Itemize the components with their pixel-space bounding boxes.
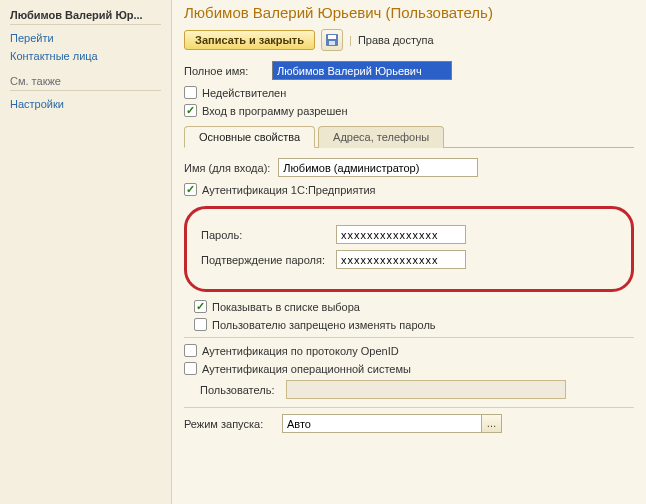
- os-user-input: [286, 380, 566, 399]
- show-in-list-label: Показывать в списке выбора: [212, 301, 360, 313]
- sidebar-link-settings[interactable]: Настройки: [10, 95, 161, 113]
- sidebar-link-contacts[interactable]: Контактные лица: [10, 47, 161, 65]
- confirm-password-label: Подтверждение пароля:: [201, 254, 336, 266]
- launch-mode-label: Режим запуска:: [184, 418, 274, 430]
- cannot-change-pw-label: Пользователю запрещено изменять пароль: [212, 319, 436, 331]
- password-input[interactable]: [336, 225, 466, 244]
- save-icon-button[interactable]: [321, 29, 343, 51]
- show-in-list-checkbox[interactable]: [194, 300, 207, 313]
- floppy-icon: [325, 33, 339, 47]
- main-panel: Любимов Валерий Юрьевич (Пользователь) З…: [172, 0, 646, 504]
- os-auth-checkbox[interactable]: [184, 362, 197, 375]
- sidebar-title: Любимов Валерий Юр...: [10, 6, 161, 25]
- os-user-label: Пользователь:: [200, 384, 278, 396]
- ellipsis-icon: …: [487, 418, 497, 429]
- toolbar: Записать и закрыть | Права доступа: [184, 29, 634, 51]
- invalid-checkbox[interactable]: [184, 86, 197, 99]
- tab-addresses[interactable]: Адреса, телефоны: [318, 126, 444, 148]
- tabs: Основные свойства Адреса, телефоны: [184, 125, 634, 148]
- launch-mode-dropdown-button[interactable]: …: [482, 414, 502, 433]
- tab-main[interactable]: Основные свойства: [184, 126, 315, 148]
- launch-mode-combo[interactable]: [282, 414, 482, 433]
- fullname-input[interactable]: Любимов Валерий Юрьевич: [272, 61, 452, 80]
- sidebar-section-seealso: См. также: [10, 65, 161, 91]
- cannot-change-pw-checkbox[interactable]: [194, 318, 207, 331]
- sidebar: Любимов Валерий Юр... Перейти Контактные…: [0, 0, 172, 504]
- svg-rect-1: [328, 35, 336, 39]
- fullname-label: Полное имя:: [184, 65, 264, 77]
- password-label: Пароль:: [201, 229, 336, 241]
- openid-label: Аутентификация по протоколу OpenID: [202, 345, 399, 357]
- auth-1c-checkbox[interactable]: [184, 183, 197, 196]
- password-highlight-area: Пароль: Подтверждение пароля:: [184, 206, 634, 292]
- openid-checkbox[interactable]: [184, 344, 197, 357]
- invalid-label: Недействителен: [202, 87, 286, 99]
- username-input[interactable]: [278, 158, 478, 177]
- sidebar-link-goto[interactable]: Перейти: [10, 29, 161, 47]
- page-title: Любимов Валерий Юрьевич (Пользователь): [184, 4, 634, 21]
- username-label: Имя (для входа):: [184, 162, 270, 174]
- svg-rect-2: [329, 41, 335, 45]
- os-auth-label: Аутентификация операционной системы: [202, 363, 411, 375]
- login-allowed-checkbox[interactable]: [184, 104, 197, 117]
- login-allowed-label: Вход в программу разрешен: [202, 105, 348, 117]
- access-rights-link[interactable]: Права доступа: [358, 34, 434, 46]
- confirm-password-input[interactable]: [336, 250, 466, 269]
- auth-1c-label: Аутентификация 1С:Предприятия: [202, 184, 376, 196]
- save-close-button[interactable]: Записать и закрыть: [184, 30, 315, 50]
